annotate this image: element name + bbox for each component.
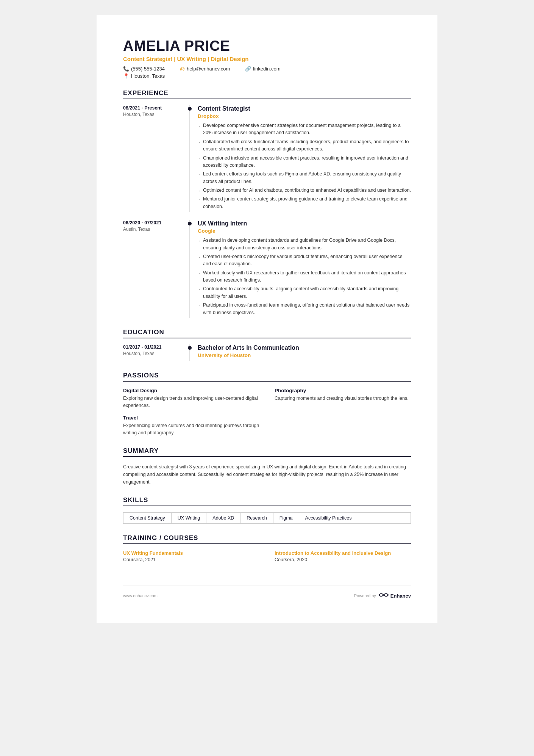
skill-content-strategy: Content Strategy: [123, 513, 172, 523]
passion-item-photography: Photography Capturing moments and creati…: [275, 388, 411, 409]
company-name-1: Dropbox: [198, 113, 411, 119]
job-title-1: Content Strategist: [198, 105, 411, 112]
phone-contact: 📞 (555) 555-1234: [123, 66, 165, 72]
bullet-1-6: Mentored junior content strategists, pro…: [198, 196, 411, 210]
footer-url: www.enhancv.com: [123, 593, 158, 598]
course-title-2: Introduction to Accessibility and Inclus…: [275, 550, 411, 556]
education-section: EDUCATION 01/2017 - 01/2021 Houston, Tex…: [123, 329, 411, 361]
job-title-2: UX Writing Intern: [198, 220, 411, 227]
skills-container: Content Strategy UX Writing Adobe XD Res…: [123, 512, 411, 524]
footer: www.enhancv.com Powered by Enhancv: [123, 585, 411, 600]
course-item-2: Introduction to Accessibility and Inclus…: [275, 550, 411, 562]
bullet-list-1: Developed comprehensive content strategi…: [198, 122, 411, 210]
candidate-name: AMELIA PRICE: [123, 38, 411, 54]
bullet-1-4: Led content efforts using tools such as …: [198, 171, 411, 185]
phone-icon: 📞: [123, 66, 129, 72]
summary-section: SUMMARY Creative content strategist with…: [123, 447, 411, 486]
entry-divider-1: [189, 105, 190, 212]
passion-desc-photography: Capturing moments and creating visual st…: [275, 395, 411, 402]
contact-row: 📞 (555) 555-1234 @ help@enhancv.com 🔗 li…: [123, 66, 411, 72]
entry-right-1: Content Strategist Dropbox Developed com…: [198, 105, 411, 212]
course-item-1: UX Writing Fundamentals Coursera, 2021: [123, 550, 259, 562]
skills-section: SKILLS Content Strategy UX Writing Adobe…: [123, 496, 411, 524]
course-provider-1: Coursera, 2021: [123, 557, 259, 562]
location-icon: 📍: [123, 73, 129, 79]
email-contact: @ help@enhancv.com: [180, 66, 230, 72]
entry-divider-2: [189, 220, 190, 318]
bullet-2-1: Assisted in developing content standards…: [198, 237, 411, 252]
bullet-list-2: Assisted in developing content standards…: [198, 237, 411, 316]
bullet-2-5: Participated in cross-functional team me…: [198, 302, 411, 316]
edu-location-1: Houston, Texas: [123, 351, 186, 356]
edu-divider-1: [189, 344, 190, 361]
entry-date-2: 06/2020 - 07/2021: [123, 220, 186, 225]
passion-item-travel: Travel Experiencing diverse cultures and…: [123, 415, 259, 437]
entry-location-1: Houston, Texas: [123, 112, 186, 117]
company-name-2: Google: [198, 228, 411, 234]
phone-number: (555) 555-1234: [131, 66, 165, 72]
linkedin-url: linkedin.com: [253, 66, 280, 72]
passion-title-photography: Photography: [275, 388, 411, 393]
resume-page: AMELIA PRICE Content Strategist | UX Wri…: [97, 15, 437, 623]
education-section-title: EDUCATION: [123, 329, 411, 338]
summary-section-title: SUMMARY: [123, 447, 411, 457]
location-text: Houston, Texas: [131, 73, 165, 79]
location-contact: 📍 Houston, Texas: [123, 73, 411, 79]
skill-research: Research: [240, 513, 273, 523]
skill-figma: Figma: [273, 513, 299, 523]
training-section: TRAINING / COURSES UX Writing Fundamenta…: [123, 534, 411, 562]
courses-grid: UX Writing Fundamentals Coursera, 2021 I…: [123, 550, 411, 562]
edu-date-1: 01/2017 - 01/2021: [123, 344, 186, 350]
passions-section: PASSIONS Digital Design Exploring new de…: [123, 372, 411, 437]
entry-date-1: 08/2021 - Present: [123, 105, 186, 111]
entry-location-2: Austin, Texas: [123, 227, 186, 232]
bullet-1-3: Championed inclusive and accessible cont…: [198, 155, 411, 169]
training-section-title: TRAINING / COURSES: [123, 534, 411, 544]
brand-name: Enhancv: [390, 593, 411, 599]
entry-left-1: 08/2021 - Present Houston, Texas: [123, 105, 189, 212]
enhancv-logo: Enhancv: [378, 592, 411, 600]
passions-grid: Digital Design Exploring new design tren…: [123, 388, 411, 437]
school-name-1: University of Houston: [198, 352, 411, 358]
bullet-2-2: Created user-centric microcopy for vario…: [198, 253, 411, 268]
experience-entry-1: 08/2021 - Present Houston, Texas Content…: [123, 105, 411, 212]
candidate-title: Content Strategist | UX Writing | Digita…: [123, 56, 411, 62]
skill-accessibility: Accessibility Practices: [299, 513, 358, 523]
bullet-1-1: Developed comprehensive content strategi…: [198, 122, 411, 137]
skill-ux-writing: UX Writing: [172, 513, 207, 523]
passion-item-digital: Digital Design Exploring new design tren…: [123, 388, 259, 409]
bullet-2-4: Contributed to accessibility audits, ali…: [198, 285, 411, 300]
entry-left-2: 06/2020 - 07/2021 Austin, Texas: [123, 220, 189, 318]
degree-title-1: Bachelor of Arts in Communication: [198, 344, 411, 351]
bullet-1-2: Collaborated with cross-functional teams…: [198, 138, 411, 153]
skills-section-title: SKILLS: [123, 496, 411, 506]
skill-adobe-xd: Adobe XD: [206, 513, 240, 523]
passion-desc-digital: Exploring new design trends and improvin…: [123, 395, 259, 409]
course-provider-2: Coursera, 2020: [275, 557, 411, 562]
education-entry-1: 01/2017 - 01/2021 Houston, Texas Bachelo…: [123, 344, 411, 361]
footer-powered: Powered by Enhancv: [354, 592, 411, 600]
course-title-1: UX Writing Fundamentals: [123, 550, 259, 556]
linkedin-contact: 🔗 linkedin.com: [245, 66, 280, 72]
email-address: help@enhancv.com: [187, 66, 230, 72]
logo-icon: [378, 592, 389, 600]
link-icon: 🔗: [245, 66, 251, 72]
bullet-1-5: Optimized content for AI and chatbots, c…: [198, 187, 411, 194]
bullet-2-3: Worked closely with UX researchers to ga…: [198, 269, 411, 284]
passion-title-travel: Travel: [123, 415, 259, 421]
passion-title-digital: Digital Design: [123, 388, 259, 393]
header: AMELIA PRICE Content Strategist | UX Wri…: [123, 38, 411, 79]
summary-text: Creative content strategist with 3 years…: [123, 463, 411, 486]
experience-section-title: EXPERIENCE: [123, 89, 411, 99]
powered-by-label: Powered by: [354, 593, 376, 598]
entry-right-2: UX Writing Intern Google Assisted in dev…: [198, 220, 411, 318]
email-icon: @: [180, 66, 185, 72]
edu-right-1: Bachelor of Arts in Communication Univer…: [198, 344, 411, 361]
edu-left-1: 01/2017 - 01/2021 Houston, Texas: [123, 344, 189, 361]
experience-entry-2: 06/2020 - 07/2021 Austin, Texas UX Writi…: [123, 220, 411, 318]
passion-desc-travel: Experiencing diverse cultures and docume…: [123, 422, 259, 437]
experience-section: EXPERIENCE 08/2021 - Present Houston, Te…: [123, 89, 411, 318]
passions-section-title: PASSIONS: [123, 372, 411, 382]
